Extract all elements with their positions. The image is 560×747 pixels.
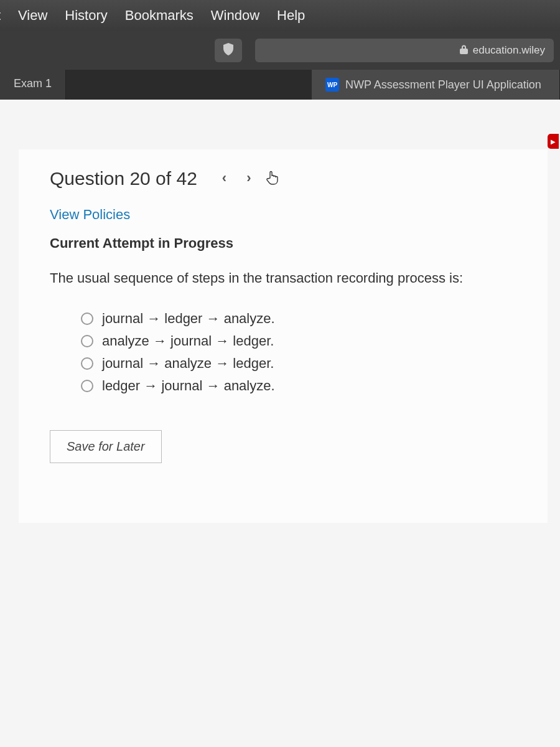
radio-icon[interactable] xyxy=(81,335,93,347)
option-label: analyze → journal → ledger. xyxy=(102,333,274,349)
menu-item-edit[interactable]: it xyxy=(0,7,1,24)
address-domain-text: education.wiley xyxy=(473,44,545,57)
pointer-cursor-icon xyxy=(265,170,279,188)
next-question-button[interactable]: › xyxy=(246,170,251,188)
lock-icon xyxy=(460,45,468,56)
option-row[interactable]: ledger → journal → analyze. xyxy=(81,378,523,394)
menu-item-window[interactable]: Window xyxy=(211,7,259,24)
radio-icon[interactable] xyxy=(81,357,93,370)
address-bar[interactable]: education.wiley xyxy=(255,39,554,62)
question-prompt: The usual sequence of steps in the trans… xyxy=(50,268,523,288)
shield-icon xyxy=(223,43,234,59)
wp-favicon: WP xyxy=(325,78,339,92)
tab-nwp-assessment[interactable]: WP NWP Assessment Player UI Application xyxy=(312,70,560,100)
question-card: Question 20 of 42 ‹ › View Policies Curr… xyxy=(19,149,548,523)
option-label: journal → analyze → ledger. xyxy=(102,355,274,372)
option-row[interactable]: journal → ledger → analyze. xyxy=(81,311,523,327)
menu-item-view[interactable]: View xyxy=(18,7,47,24)
browser-toolbar: education.wiley xyxy=(0,31,560,70)
menu-item-help[interactable]: Help xyxy=(277,7,305,24)
tab-label: NWP Assessment Player UI Application xyxy=(345,78,541,92)
attempt-status-heading: Current Attempt in Progress xyxy=(50,235,523,251)
radio-icon[interactable] xyxy=(81,312,93,325)
prev-question-button[interactable]: ‹ xyxy=(222,170,226,188)
menu-item-history[interactable]: History xyxy=(65,7,107,24)
view-policies-link[interactable]: View Policies xyxy=(50,207,523,223)
question-counter: Question 20 of 42 xyxy=(50,168,197,189)
browser-tab-bar: Exam 1 WP NWP Assessment Player UI Appli… xyxy=(0,70,560,100)
menu-item-bookmarks[interactable]: Bookmarks xyxy=(125,7,194,24)
option-row[interactable]: journal → analyze → ledger. xyxy=(81,355,523,372)
youtube-pip-icon[interactable]: ▶ xyxy=(548,134,559,149)
question-header: Question 20 of 42 ‹ › xyxy=(50,168,523,189)
option-row[interactable]: analyze → journal → ledger. xyxy=(81,333,523,349)
radio-icon[interactable] xyxy=(81,380,93,392)
option-label: journal → ledger → analyze. xyxy=(102,311,275,327)
tracking-shield-button[interactable] xyxy=(215,39,242,62)
save-for-later-button[interactable]: Save for Later xyxy=(50,430,162,463)
question-nav: ‹ › xyxy=(222,170,279,188)
page-content: Question 20 of 42 ‹ › View Policies Curr… xyxy=(0,100,560,747)
os-menu-bar: it View History Bookmarks Window Help xyxy=(0,0,560,31)
option-label: ledger → journal → analyze. xyxy=(102,378,275,394)
answer-options: journal → ledger → analyze. analyze → jo… xyxy=(81,311,523,394)
tab-exam-1[interactable]: Exam 1 xyxy=(0,70,66,100)
